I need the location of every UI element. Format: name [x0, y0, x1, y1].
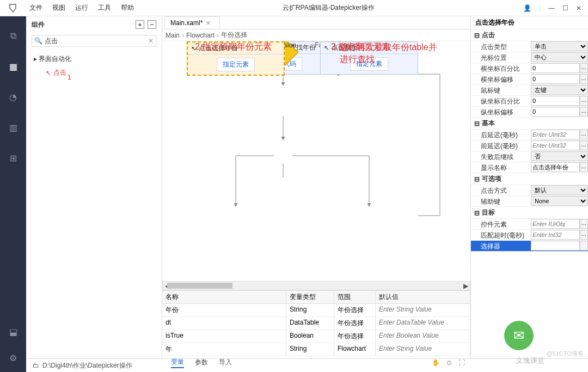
- property-row: 控件元素…: [471, 219, 588, 230]
- panel-title: 组件: [32, 20, 45, 29]
- user-icon[interactable]: 👤: [523, 4, 531, 12]
- col-type[interactable]: 变量类型: [286, 291, 334, 303]
- breadcrumb-main[interactable]: Main: [166, 32, 180, 39]
- scroll-right-icon[interactable]: ▶: [461, 282, 470, 290]
- group-target[interactable]: ⊟ 目标: [471, 207, 588, 219]
- table-row[interactable]: 年份String年份选择Enter String Value: [162, 304, 470, 317]
- table-row[interactable]: 年StringFlowchartEnter String Value: [162, 343, 470, 356]
- table-row[interactable]: isTrueBoolean年份选择Enter Boolean Value: [162, 330, 470, 343]
- menu-run[interactable]: 运行: [75, 3, 88, 13]
- breadcrumb-current[interactable]: 年份选择: [221, 31, 247, 40]
- property-row: 光标位置中心: [471, 52, 588, 63]
- property-row: 匹配超时(毫秒)…: [471, 230, 588, 241]
- group-basic[interactable]: ⊟ 基本: [471, 118, 588, 130]
- browse-button[interactable]: …: [580, 130, 589, 139]
- app-title: 云扩RPA编辑器-Datepicker操作: [134, 3, 523, 13]
- search-input[interactable]: 🔍 点击 ✕: [32, 35, 156, 47]
- breadcrumb-flowchart[interactable]: Flowchart: [186, 32, 215, 39]
- property-row: 纵坐标百分比…: [471, 96, 588, 107]
- property-row: 前延迟(毫秒)…: [471, 141, 588, 151]
- col-name[interactable]: 名称: [162, 291, 286, 303]
- browse-button[interactable]: …: [580, 107, 589, 117]
- browse-button[interactable]: …: [580, 230, 589, 240]
- add-button[interactable]: +: [136, 20, 144, 29]
- tree-root[interactable]: ▸ 界面自动化: [34, 54, 154, 64]
- col-default[interactable]: 默认值: [376, 291, 470, 303]
- property-row: 辅助键None: [471, 196, 588, 207]
- maximize-button[interactable]: ☐: [562, 4, 568, 12]
- watermark2: @51CTO博客: [547, 350, 584, 358]
- browse-button[interactable]: …: [580, 74, 589, 84]
- download-icon[interactable]: ⬓: [8, 326, 19, 337]
- tree-item-click[interactable]: ↖ 点击 1: [46, 68, 154, 77]
- property-row: 鼠标键左键: [471, 85, 588, 96]
- components-panel: 组件 + − 🔍 点击 ✕ ▸ 界面自动化 ↖ 点击 1: [26, 16, 162, 359]
- annotation-right: 3.指定翻页元素: [331, 41, 390, 53]
- folder-icon: 🗀: [33, 362, 39, 369]
- main-menu: 文件 视图 运行 工具 帮助: [26, 3, 134, 13]
- watermark: 文逸课堂: [516, 356, 544, 365]
- designer-area: Main.xaml*✕ Main› Flowchart› 年份选择 🗎获取结构化…: [162, 16, 470, 358]
- property-row: 显示名称…: [471, 162, 588, 173]
- annotation-left: 2.指定预期年份元素: [195, 41, 272, 53]
- grid-icon[interactable]: ▦: [8, 61, 19, 72]
- cursor-icon: ↖: [324, 44, 329, 52]
- specify-element-button[interactable]: 指定元素: [217, 58, 255, 71]
- minimize-button[interactable]: —: [548, 4, 555, 12]
- browse-button[interactable]: …: [580, 141, 589, 150]
- col-scope[interactable]: 范围: [334, 291, 376, 303]
- breadcrumb: Main› Flowchart› 年份选择: [162, 29, 470, 41]
- app-logo: [0, 3, 26, 13]
- property-row: 后延迟(毫秒)…: [471, 130, 588, 141]
- play-icon[interactable]: ◔: [8, 92, 19, 102]
- left-sidebar: ⧉ ▦ ◔ ▥ ⊞ ⬓ ⚙: [0, 16, 26, 372]
- status-bar: 🗀 D:\Digi4th\作业\Datepicker操作: [26, 358, 588, 372]
- project-path: D:\Digi4th\作业\Datepicker操作: [42, 361, 132, 370]
- browse-button[interactable]: …: [580, 219, 589, 229]
- horizontal-scrollbar[interactable]: ◀ ▶: [162, 281, 470, 290]
- wechat-logo: ✉: [504, 321, 534, 350]
- flowchart-canvas[interactable]: 🗎获取结构化数据 指定数据源 ⌨执行C#代码 - 查找年份 编辑代码 Decis…: [162, 41, 470, 281]
- properties-panel: 点击选择年份 ⊟ 点击 点击类型单击光标位置中心横坐标百分比…横坐标偏移…鼠标键…: [470, 16, 588, 358]
- property-row: 失败后继续否: [471, 151, 588, 162]
- tab-close-icon[interactable]: ✕: [206, 20, 211, 27]
- calendar-icon[interactable]: ▥: [8, 122, 19, 133]
- property-row: 点击方式默认: [471, 185, 588, 196]
- copy-icon[interactable]: ⧉: [8, 31, 19, 41]
- tab-main[interactable]: Main.xaml*✕: [164, 16, 220, 29]
- properties-title: 点击选择年份: [471, 16, 588, 29]
- property-row: 点击类型单击: [471, 41, 588, 52]
- group-click[interactable]: ⊟ 点击: [471, 29, 588, 41]
- property-row: 纵坐标偏移…: [471, 107, 588, 118]
- puzzle-icon[interactable]: ⊞: [8, 153, 19, 163]
- scroll-thumb[interactable]: [167, 283, 232, 289]
- menu-tools[interactable]: 工具: [98, 3, 111, 13]
- browse-button[interactable]: …: [580, 162, 589, 172]
- menu-help[interactable]: 帮助: [121, 3, 134, 13]
- search-icon: 🔍: [34, 37, 42, 45]
- browse-button[interactable]: …: [580, 241, 589, 251]
- divider: |: [539, 4, 541, 12]
- variables-panel: 名称 变量类型 范围 默认值 年份String年份选择Enter String …: [162, 290, 470, 356]
- settings-icon[interactable]: ⚙: [8, 352, 19, 363]
- property-row: 横坐标偏移…: [471, 74, 588, 85]
- table-row[interactable]: dtDataTable年份选择Enter DataTable Value: [162, 317, 470, 330]
- browse-button[interactable]: …: [580, 63, 589, 73]
- menu-view[interactable]: 视图: [52, 3, 65, 13]
- property-row: 选择器…: [471, 241, 588, 252]
- browse-button[interactable]: …: [580, 96, 589, 106]
- menu-file[interactable]: 文件: [29, 3, 42, 13]
- close-button[interactable]: ✕: [576, 4, 581, 12]
- group-optional[interactable]: ⊟ 可选项: [471, 173, 588, 185]
- remove-button[interactable]: −: [148, 20, 156, 29]
- clear-icon[interactable]: ✕: [148, 37, 154, 45]
- property-row: 横坐标百分比…: [471, 63, 588, 74]
- cursor-icon: ↖: [46, 69, 51, 77]
